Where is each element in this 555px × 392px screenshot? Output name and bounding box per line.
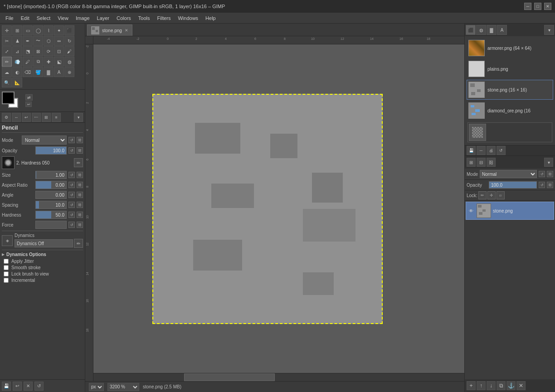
- menu-help[interactable]: Help: [202, 15, 219, 22]
- tool-crop[interactable]: ⊡: [54, 46, 64, 56]
- image-item-armorer[interactable]: armorer.png (64 × 64): [467, 38, 553, 58]
- brush-preview-thumb-1[interactable]: [469, 124, 486, 141]
- image-item-plains[interactable]: plains.png: [467, 59, 553, 79]
- hardness-slider[interactable]: 50.0: [35, 211, 67, 219]
- tool-scissors[interactable]: ✂: [2, 36, 12, 46]
- aspect-chain-btn[interactable]: ⛓: [77, 182, 83, 188]
- minimize-button[interactable]: ─: [524, 3, 531, 10]
- spacing-chain-btn[interactable]: ⛓: [77, 202, 83, 208]
- brush-edit-button[interactable]: ✏: [74, 158, 83, 167]
- layers-icon-1[interactable]: ⊞: [467, 158, 476, 167]
- panel-device-btn[interactable]: ↔: [12, 113, 21, 122]
- tool-ink[interactable]: 🖊: [23, 57, 33, 67]
- incremental-checkbox[interactable]: [4, 278, 9, 283]
- panel-restore-btn[interactable]: ↺: [34, 382, 44, 391]
- lock-pixels-btn[interactable]: ✏: [478, 191, 487, 199]
- layers-icon-2[interactable]: ⊟: [477, 158, 486, 167]
- rpanel-refresh-btn[interactable]: ↺: [497, 146, 506, 155]
- tool-airbrush[interactable]: 💨: [12, 57, 22, 67]
- image-item-stone[interactable]: stone.png (16 × 16): [467, 80, 553, 100]
- tab-close-icon[interactable]: ✕: [125, 28, 128, 33]
- tool-paint-brush[interactable]: 🖌: [64, 46, 74, 56]
- mode-select[interactable]: Normal: [22, 136, 67, 145]
- tool-heal[interactable]: ✚: [44, 57, 54, 67]
- panel-undo-btn[interactable]: ↩: [22, 113, 31, 122]
- tool-perspective[interactable]: ⬔: [23, 46, 33, 56]
- angle-chain-btn[interactable]: ⛓: [77, 192, 83, 198]
- opacity-reset-btn[interactable]: ↺: [68, 147, 75, 154]
- canvas-tab-stone[interactable]: stone.png ✕: [87, 24, 132, 36]
- hardness-chain-btn[interactable]: ⛓: [77, 212, 83, 218]
- smooth-stroke-checkbox[interactable]: [4, 265, 9, 270]
- canvas-viewport[interactable]: -4 -2 0 2 4 6 8 10 12 14 16 18 -2: [85, 36, 464, 381]
- layers-raise-btn[interactable]: ↑: [477, 381, 486, 390]
- panel-tool-options-btn[interactable]: ⚙: [2, 113, 11, 122]
- tool-unified-transform[interactable]: ⊠: [33, 46, 43, 56]
- rpanel-minus-btn[interactable]: ─: [477, 146, 486, 155]
- layers-mode-reset[interactable]: ↺: [539, 171, 545, 177]
- size-reset-btn[interactable]: ↺: [68, 172, 75, 178]
- panel-grid-btn[interactable]: ⊞: [42, 113, 51, 122]
- menu-image[interactable]: Image: [72, 15, 93, 22]
- swap-colors-button[interactable]: ⇌: [25, 94, 33, 101]
- angle-reset-btn[interactable]: ↺: [68, 192, 75, 198]
- tool-warp[interactable]: 〜: [33, 36, 43, 46]
- tool-free-select[interactable]: ⌇: [44, 25, 54, 35]
- angle-slider[interactable]: 0.00: [35, 191, 67, 199]
- panel-delete-btn[interactable]: ✕: [24, 382, 33, 391]
- layers-menu-btn[interactable]: ▾: [544, 158, 553, 167]
- hardness-reset-btn[interactable]: ↺: [68, 212, 75, 218]
- mode-chain-btn[interactable]: ⛓: [77, 137, 83, 143]
- layers-opacity-chain[interactable]: ⛓: [547, 182, 553, 188]
- tool-scale[interactable]: ⤢: [2, 46, 12, 56]
- layers-opacity-slider[interactable]: 100.0: [489, 181, 537, 189]
- maximize-button[interactable]: □: [534, 3, 541, 10]
- tool-by-color[interactable]: ⬛: [64, 25, 74, 35]
- menu-filters[interactable]: Filters: [154, 15, 175, 22]
- lock-brush-checkbox[interactable]: [4, 271, 9, 276]
- tool-paths[interactable]: ✒: [23, 36, 33, 46]
- aspect-slider[interactable]: 0.00: [35, 181, 67, 189]
- lock-alpha-btn[interactable]: ⍾: [497, 191, 505, 199]
- rpanel-menu-btn[interactable]: ▾: [544, 25, 554, 35]
- tool-measure[interactable]: 📐: [12, 77, 22, 87]
- menu-tools[interactable]: Tools: [135, 15, 154, 22]
- menu-view[interactable]: View: [54, 15, 72, 22]
- layers-duplicate-btn[interactable]: ⧉: [497, 381, 506, 390]
- close-button[interactable]: ✕: [544, 3, 551, 10]
- force-chain-btn[interactable]: ⛓: [77, 222, 83, 228]
- tool-zoom[interactable]: 🔍: [2, 77, 12, 87]
- size-slider[interactable]: 1.00: [35, 171, 67, 179]
- foreground-color[interactable]: [2, 92, 15, 104]
- reset-colors-button[interactable]: ↩: [25, 102, 32, 107]
- horizontal-scrollbar[interactable]: [93, 373, 464, 381]
- tool-fill[interactable]: 🪣: [33, 67, 43, 77]
- menu-select[interactable]: Select: [33, 15, 54, 22]
- lock-position-btn[interactable]: ✛: [487, 191, 496, 199]
- panel-snap-btn[interactable]: ⟝: [32, 113, 41, 122]
- layers-anchor-btn[interactable]: ⚓: [506, 381, 516, 390]
- spacing-reset-btn[interactable]: ↺: [68, 202, 75, 208]
- tool-smudge[interactable]: ☁: [2, 67, 12, 77]
- layer-item-stone[interactable]: 👁 stone.png: [466, 202, 554, 220]
- aspect-reset-btn[interactable]: ↺: [68, 182, 75, 188]
- menu-layer[interactable]: Layer: [93, 15, 113, 22]
- tool-shear[interactable]: ⊿: [12, 46, 22, 56]
- layer-visibility-icon[interactable]: 👁: [467, 207, 475, 214]
- force-slider[interactable]: [35, 221, 67, 229]
- tool-pencil[interactable]: ✏: [2, 57, 12, 67]
- tool-color-picker[interactable]: ⊕: [64, 67, 74, 77]
- unit-select[interactable]: px: [89, 383, 104, 391]
- canvas-content[interactable]: [93, 44, 464, 373]
- layers-delete-btn[interactable]: ✕: [516, 381, 526, 390]
- layers-mode-chain[interactable]: ⛓: [547, 171, 553, 177]
- tool-foreground[interactable]: ♟: [12, 36, 22, 46]
- tool-gradient[interactable]: ▓: [44, 67, 54, 77]
- panel-menu-btn[interactable]: ▾: [74, 113, 83, 122]
- layers-new-btn[interactable]: +: [467, 381, 476, 390]
- zoom-select[interactable]: 3200 %: [107, 383, 139, 391]
- rpanel-patterns-tab[interactable]: ⬛: [466, 25, 476, 35]
- layers-mode-select[interactable]: Normal: [480, 170, 537, 178]
- layers-opacity-reset[interactable]: ↺: [539, 182, 545, 188]
- brush-preview[interactable]: [2, 156, 15, 169]
